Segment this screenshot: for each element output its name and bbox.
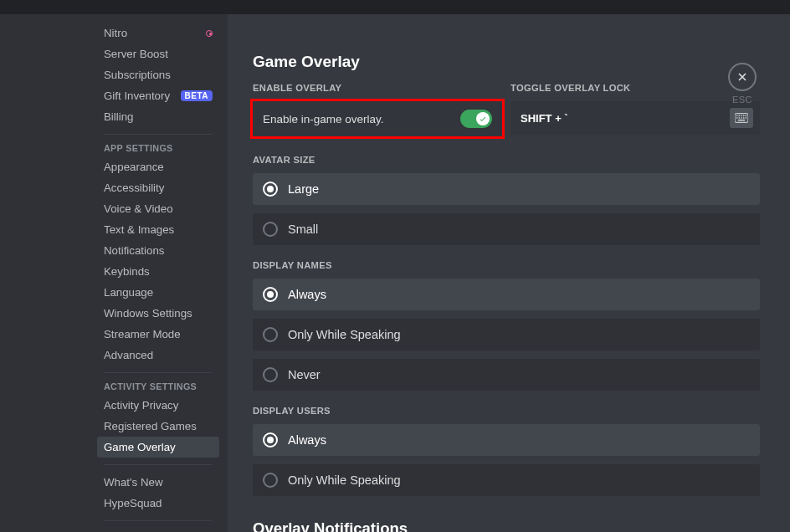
sidebar-item-advanced[interactable]: Advanced [97, 345, 219, 366]
sidebar-item-label: What's New [104, 476, 163, 489]
display-names-never[interactable]: Never [253, 359, 760, 391]
sidebar-item-label: Billing [104, 110, 133, 123]
sidebar-divider [104, 464, 213, 465]
sidebar-item-voice-video[interactable]: Voice & Video [97, 198, 219, 219]
sidebar-item-label: Voice & Video [104, 202, 173, 215]
avatar-size-large[interactable]: Large [253, 173, 760, 205]
svg-rect-3 [741, 115, 741, 116]
sidebar-item-label: Advanced [104, 349, 153, 361]
display-users-label: DISPLAY USERS [253, 406, 760, 416]
sidebar-divider [104, 134, 213, 135]
radio-label: Large [288, 182, 319, 196]
radio-label: Only While Speaking [288, 473, 401, 487]
sidebar-item-text-images[interactable]: Text & Images [97, 219, 219, 240]
sidebar-item-registered-games[interactable]: Registered Games [97, 416, 219, 437]
sidebar-divider [104, 372, 213, 373]
enable-overlay-text: Enable in-game overlay. [263, 113, 384, 125]
radio-icon [263, 473, 278, 488]
radio-label: Never [288, 368, 321, 381]
sidebar-item-log-out[interactable]: Log Out [97, 528, 219, 532]
sidebar-header-app-settings: APP SETTINGS [97, 143, 219, 153]
radio-label: Always [288, 433, 326, 447]
avatar-size-label: AVATAR SIZE [253, 155, 760, 165]
sidebar-item-label: Registered Games [104, 420, 197, 432]
radio-icon [263, 327, 278, 342]
close-settings-button[interactable]: ESC [728, 63, 757, 105]
settings-sidebar: Nitro Server Boost Subscriptions Gift In… [0, 14, 228, 532]
sidebar-item-accessibility[interactable]: Accessibility [97, 177, 219, 198]
hotkey-value: SHIFT + ` [521, 112, 568, 125]
radio-icon [263, 182, 278, 197]
radio-icon [263, 367, 278, 382]
sidebar-item-game-overlay[interactable]: Game Overlay [97, 437, 219, 458]
radio-label: Always [288, 288, 326, 301]
sidebar-item-label: HypeSquad [104, 497, 162, 509]
toggle-lock-label: TOGGLE OVERLAY LOCK [510, 83, 760, 93]
close-icon [728, 63, 757, 91]
sidebar-item-label: Text & Images [104, 223, 174, 236]
sidebar-item-activity-privacy[interactable]: Activity Privacy [97, 395, 219, 416]
display-names-only-speaking[interactable]: Only While Speaking [253, 319, 760, 350]
overlay-notifications-title: Overlay Notifications [253, 519, 760, 532]
svg-rect-9 [743, 117, 744, 118]
svg-rect-10 [746, 117, 746, 118]
svg-rect-1 [736, 115, 737, 116]
avatar-size-small[interactable]: Small [253, 213, 760, 245]
settings-content: ESC Game Overlay ENABLE OVERLAY Enable i… [228, 14, 790, 532]
sidebar-item-label: Accessibility [104, 182, 164, 194]
highlight-annotation: Enable in-game overlay. [250, 99, 505, 139]
sidebar-item-label: Keybinds [104, 265, 150, 278]
display-users-always[interactable]: Always [253, 424, 760, 456]
nitro-icon [206, 30, 213, 37]
sidebar-divider [104, 520, 213, 521]
display-users-group: Always Only While Speaking [253, 424, 760, 496]
sidebar-item-label: Gift Inventory [104, 90, 170, 102]
radio-icon [263, 222, 278, 237]
sidebar-item-label: Server Boost [104, 48, 168, 60]
sidebar-item-label: Nitro [104, 27, 127, 39]
display-users-only-speaking[interactable]: Only While Speaking [253, 464, 760, 496]
sidebar-item-hypesquad[interactable]: HypeSquad [97, 493, 219, 514]
sidebar-item-notifications[interactable]: Notifications [97, 240, 219, 261]
sidebar-item-gift-inventory[interactable]: Gift Inventory BETA [97, 85, 219, 106]
radio-icon [263, 432, 278, 448]
record-keybind-button[interactable] [730, 108, 753, 128]
sidebar-item-subscriptions[interactable]: Subscriptions [97, 64, 219, 85]
enable-overlay-row[interactable]: Enable in-game overlay. [253, 101, 502, 136]
svg-rect-4 [743, 115, 744, 116]
sidebar-item-whats-new[interactable]: What's New [97, 472, 219, 493]
avatar-size-group: Large Small [253, 173, 760, 245]
sidebar-item-streamer-mode[interactable]: Streamer Mode [97, 324, 219, 345]
check-icon [479, 115, 487, 123]
sidebar-item-label: Appearance [104, 161, 164, 173]
sidebar-item-keybinds[interactable]: Keybinds [97, 261, 219, 282]
sidebar-item-windows-settings[interactable]: Windows Settings [97, 303, 219, 324]
window-titlebar [0, 0, 790, 14]
beta-badge: BETA [181, 90, 213, 101]
sidebar-item-label: Windows Settings [104, 307, 192, 320]
svg-rect-6 [736, 117, 737, 118]
svg-rect-5 [746, 115, 746, 116]
hotkey-row[interactable]: SHIFT + ` [510, 101, 760, 135]
sidebar-item-billing[interactable]: Billing [97, 106, 219, 127]
sidebar-item-nitro[interactable]: Nitro [97, 23, 219, 43]
sidebar-item-label: Language [104, 286, 153, 299]
sidebar-item-server-boost[interactable]: Server Boost [97, 43, 219, 64]
display-names-label: DISPLAY NAMES [253, 260, 760, 270]
svg-rect-8 [741, 117, 741, 118]
radio-label: Only While Speaking [288, 328, 401, 341]
enable-overlay-toggle[interactable] [460, 110, 492, 128]
radio-icon [263, 287, 278, 302]
sidebar-item-language[interactable]: Language [97, 282, 219, 303]
page-title: Game Overlay [253, 53, 760, 71]
sidebar-item-label: Activity Privacy [104, 399, 178, 412]
display-names-always[interactable]: Always [253, 279, 760, 310]
display-names-group: Always Only While Speaking Never [253, 279, 760, 391]
svg-rect-7 [739, 117, 740, 118]
toggle-knob [476, 112, 490, 125]
sidebar-item-appearance[interactable]: Appearance [97, 156, 219, 177]
sidebar-header-activity-settings: ACTIVITY SETTINGS [97, 381, 219, 391]
svg-rect-11 [738, 120, 745, 120]
esc-label: ESC [732, 95, 752, 105]
sidebar-item-label: Streamer Mode [104, 328, 181, 340]
